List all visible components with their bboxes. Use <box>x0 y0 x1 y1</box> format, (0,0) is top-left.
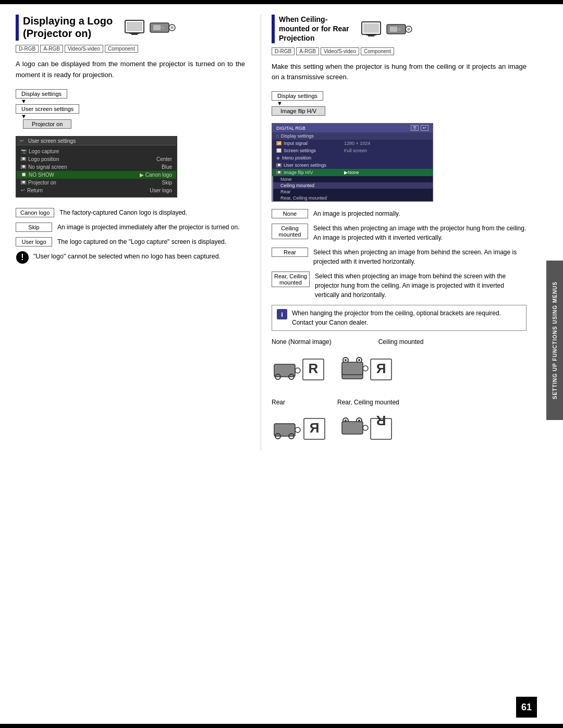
label-ceiling: Ceilingmounted <box>272 224 308 239</box>
warning-text: "User logo" cannot be selected when no l… <box>33 252 221 262</box>
svg-rect-33 <box>342 362 363 375</box>
desc-ceiling: Select this when projecting an image wit… <box>313 224 527 242</box>
label-skip: Skip <box>16 223 52 232</box>
screen-row-return: ↩ Return User logo <box>17 187 176 194</box>
screen-row-projector-on: 🔲 Projector on Skip <box>17 179 176 187</box>
svg-rect-3 <box>127 22 142 31</box>
right-blue-bar <box>272 15 275 43</box>
desc-none: An image is projected normally. <box>313 209 400 218</box>
flip-option-ceiling: Ceilingmounted Select this when projecti… <box>272 224 527 242</box>
svg-point-6 <box>170 26 174 29</box>
diagram-rear-ceiling: R <box>339 409 397 451</box>
svg-point-17 <box>407 28 410 31</box>
label-none: None <box>272 209 308 218</box>
desc-rear-ceiling: Select this when projecting an image fro… <box>315 272 527 300</box>
svg-point-8 <box>161 26 164 29</box>
svg-rect-2 <box>131 34 138 35</box>
badge-drgb: D-RGB <box>16 45 39 53</box>
bottom-diagrams-row2: R R <box>272 409 527 451</box>
svg-rect-14 <box>363 23 379 33</box>
desc-skip: An image is projected immediately after … <box>57 223 240 232</box>
right-menu-box-image-flip: Image flip H/V <box>272 106 325 116</box>
svg-rect-13 <box>368 35 374 36</box>
badge-video: Video/S-video <box>65 45 103 53</box>
screen-row-logo-capture: 📷 Logo capture <box>17 147 176 155</box>
page-number: 61 <box>516 697 537 718</box>
submenu-none: None <box>273 176 433 182</box>
svg-text:!: ! <box>21 253 23 262</box>
screen-content: 📷 Logo capture 🔲 Logo position Center 🔲 … <box>17 145 176 196</box>
projector-icon <box>149 20 176 35</box>
info-text: When hanging the projector from the ceil… <box>292 309 522 327</box>
bottom-diagrams-row1: R <box>272 349 527 390</box>
left-column: Displaying a Logo (Projector on) <box>16 15 255 451</box>
bottom-label-rear: Rear <box>272 399 285 406</box>
page-container: Displaying a Logo (Projector on) <box>0 0 563 728</box>
svg-text:i: i <box>281 311 283 318</box>
right-title-line1: When Ceiling- <box>279 15 349 24</box>
diagram-normal: R <box>272 349 329 390</box>
drgb-row-user-screen: 🔲 User screen settings <box>272 162 433 169</box>
svg-rect-12 <box>366 34 376 35</box>
submenu-rear: Rear <box>273 189 433 195</box>
svg-point-34 <box>363 366 368 371</box>
svg-text:R: R <box>309 420 319 436</box>
right-badge-argb: A-RGB <box>296 47 319 55</box>
diagram-ceiling-svg: R <box>339 349 397 390</box>
svg-point-23 <box>295 368 300 373</box>
svg-point-30 <box>345 359 347 361</box>
bottom-label-none: None (Normal image) <box>272 338 332 346</box>
label-rear-ceiling: Rear, Ceilingmounted <box>272 272 310 287</box>
desc-canon-logo: The factory-captured Canon logo is displ… <box>59 208 187 217</box>
drgb-row-screen: ⬜ Screen settings Full screen <box>272 147 433 154</box>
flip-option-none: None An image is projected normally. <box>272 209 527 218</box>
diagram-rear-svg: R <box>272 409 329 451</box>
svg-text:R: R <box>376 361 386 376</box>
label-user-logo: User logo <box>16 237 52 246</box>
svg-rect-7 <box>153 25 161 30</box>
label-rear: Rear <box>272 248 308 257</box>
info-box: i When hanging the projector from the ce… <box>272 305 527 331</box>
submenu-rear-ceiling: Rear, Ceiling mounted <box>273 195 433 201</box>
section-icons <box>124 19 176 36</box>
right-badge-component: Component <box>361 47 394 55</box>
diagram-normal-svg: R <box>272 349 329 390</box>
drgb-title: DIGITAL RGB <box>276 126 305 131</box>
svg-rect-1 <box>129 33 140 34</box>
right-column: When Ceiling- mounted or for Rear Projec… <box>266 15 547 451</box>
screen-title: User screen settings <box>28 138 76 144</box>
arrow2: ▼ <box>21 114 27 119</box>
svg-rect-47 <box>342 422 363 434</box>
left-section-header: Displaying a Logo (Projector on) <box>16 15 245 41</box>
diagram-ceiling: R <box>339 349 397 390</box>
option-user-logo: User logo The logo captured on the "Logo… <box>16 237 245 246</box>
svg-text:R: R <box>376 413 386 428</box>
svg-point-38 <box>295 427 300 433</box>
svg-rect-18 <box>390 27 397 32</box>
bottom-label-row1: None (Normal image) Ceiling mounted <box>272 338 527 346</box>
monitor-icon <box>124 19 145 36</box>
blue-bar <box>16 15 19 41</box>
badge-argb: A-RGB <box>40 45 63 53</box>
drgb-submenu: None Ceiling mounted Rear Rear, Ceiling … <box>272 176 433 201</box>
warning-icon: ! <box>16 251 29 267</box>
right-body-text: Make this setting when the projector is … <box>272 61 527 83</box>
right-title-line3: Projection <box>279 33 349 43</box>
svg-point-32 <box>358 359 360 361</box>
diagram-rear-ceiling-svg: R <box>339 409 397 451</box>
digital-rgb-screen: DIGITAL RGB ☰ ↩ □ Display settings 📶 Inp… <box>272 123 433 202</box>
diagram-rear: R <box>272 409 329 451</box>
flip-option-rear: Rear Select this when projecting an imag… <box>272 248 527 266</box>
drgb-row-image-flip: 🔲 Image flip H/V ▶None <box>272 169 433 176</box>
desc-user-logo: The logo captured on the "Logo capture" … <box>57 237 226 246</box>
left-title-line1: Displaying a Logo <box>23 15 113 27</box>
badge-component: Component <box>105 45 138 53</box>
menu-box-projector-on: Projector on <box>23 119 71 129</box>
right-menu-path: Display settings ▼ Image flip H/V <box>272 91 527 116</box>
drgb-subtitle: □ Display settings <box>272 132 433 140</box>
info-icon: i <box>276 309 288 324</box>
warning-note: ! "User logo" cannot be selected when no… <box>16 252 245 267</box>
bottom-label-ceiling: Ceiling mounted <box>378 338 424 346</box>
label-canon-logo: Canon logo <box>16 208 54 217</box>
drgb-row-input: 📶 Input signal 1280 × 1024 <box>272 140 433 147</box>
